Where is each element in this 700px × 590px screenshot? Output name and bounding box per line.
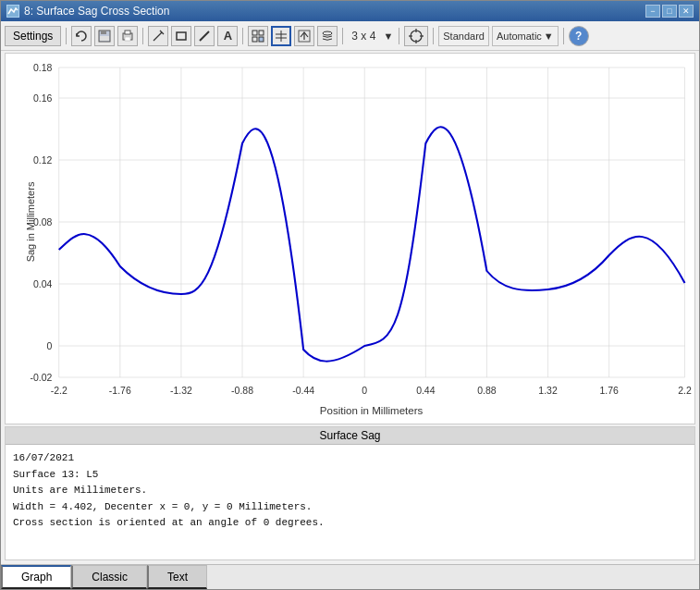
svg-rect-13 <box>259 37 264 42</box>
crosshair-button[interactable] <box>404 26 428 46</box>
svg-text:-1.32: -1.32 <box>170 386 192 396</box>
grid-size-label: 3 x 4 <box>348 28 379 44</box>
svg-rect-10 <box>252 31 257 35</box>
grid-size-arrow: ▼ <box>383 31 393 42</box>
svg-text:-2.2: -2.2 <box>51 386 68 396</box>
separator-6 <box>433 28 434 44</box>
svg-text:1.32: 1.32 <box>538 386 558 396</box>
save-button[interactable] <box>94 26 115 46</box>
close-button[interactable]: ✕ <box>679 5 694 18</box>
tab-classic[interactable]: Classic <box>71 565 147 589</box>
svg-text:0.88: 0.88 <box>477 386 497 396</box>
line-button[interactable] <box>194 26 215 46</box>
separator-3 <box>242 28 243 44</box>
print-button[interactable] <box>117 26 138 46</box>
separator-2 <box>142 28 143 44</box>
maximize-button[interactable]: □ <box>662 5 677 18</box>
svg-line-9 <box>200 31 209 41</box>
svg-text:-1.76: -1.76 <box>109 386 131 396</box>
layers-button[interactable] <box>317 26 338 46</box>
svg-text:0: 0 <box>362 386 367 396</box>
svg-rect-1 <box>101 31 106 34</box>
svg-text:Position in Millimeters: Position in Millimeters <box>320 405 424 416</box>
separator-7 <box>563 28 564 44</box>
separator-5 <box>399 28 399 44</box>
svg-rect-25 <box>6 54 694 424</box>
window-title: 8: Surface Sag Cross Section <box>24 5 169 18</box>
info-panel-title: Surface Sag <box>6 427 694 445</box>
svg-rect-8 <box>177 32 186 40</box>
title-bar: 8: Surface Sag Cross Section − □ ✕ <box>1 1 699 21</box>
tab-text[interactable]: Text <box>147 565 207 589</box>
title-bar-controls: − □ ✕ <box>645 5 694 18</box>
svg-text:-0.02: -0.02 <box>30 373 52 383</box>
info-line-1: 16/07/2021 <box>13 450 687 467</box>
svg-text:0.12: 0.12 <box>33 155 53 166</box>
text-button[interactable]: A <box>217 26 238 46</box>
standard-dropdown[interactable]: Standard <box>438 26 489 46</box>
tab-graph[interactable]: Graph <box>1 565 71 589</box>
minimize-button[interactable]: − <box>645 5 660 18</box>
title-bar-left: 8: Surface Sag Cross Section <box>6 5 169 18</box>
svg-text:0.44: 0.44 <box>416 386 436 396</box>
chart-area: 0.18 0.16 0.12 0.08 0.04 0 -0.02 -2.2 -1… <box>5 53 695 424</box>
svg-text:0.18: 0.18 <box>33 63 53 73</box>
export-button[interactable] <box>294 26 314 46</box>
help-button[interactable]: ? <box>569 26 589 46</box>
rectangle-button[interactable] <box>171 26 191 46</box>
grid-button[interactable] <box>248 26 268 46</box>
info-line-5: Cross section is oriented at an angle of… <box>13 515 687 532</box>
svg-rect-12 <box>252 37 257 42</box>
info-line-3: Units are Millimeters. <box>13 483 687 499</box>
toolbar: Settings <box>1 21 699 51</box>
main-window: 8: Surface Sag Cross Section − □ ✕ Setti… <box>0 0 700 590</box>
svg-rect-5 <box>125 37 130 41</box>
separator-4 <box>342 28 343 44</box>
svg-text:-0.44: -0.44 <box>292 386 314 396</box>
separator-1 <box>66 28 67 44</box>
chart-svg: 0.18 0.16 0.12 0.08 0.04 0 -0.02 -2.2 -1… <box>6 54 694 424</box>
info-line-2: Surface 13: L5 <box>13 467 687 484</box>
layout-button[interactable] <box>271 26 291 46</box>
svg-text:Sag in Millimeters: Sag in Millimeters <box>25 181 36 262</box>
svg-text:0.16: 0.16 <box>33 93 53 104</box>
info-panel-text: 16/07/2021 Surface 13: L5 Units are Mill… <box>6 445 694 537</box>
svg-point-19 <box>323 31 332 35</box>
svg-rect-4 <box>125 31 130 34</box>
svg-text:-0.88: -0.88 <box>231 386 253 396</box>
svg-rect-2 <box>100 36 109 41</box>
info-line-4: Width = 4.402, Decenter x = 0, y = 0 Mil… <box>13 499 687 516</box>
svg-text:0: 0 <box>47 341 53 351</box>
svg-text:0.04: 0.04 <box>33 279 53 289</box>
svg-text:1.76: 1.76 <box>599 386 619 396</box>
settings-button[interactable]: Settings <box>5 26 61 46</box>
svg-text:2.2: 2.2 <box>678 386 692 396</box>
info-panel: Surface Sag 16/07/2021 Surface 13: L5 Un… <box>5 426 695 560</box>
refresh-button[interactable] <box>71 26 92 46</box>
window-icon <box>6 5 19 18</box>
svg-rect-11 <box>259 31 264 35</box>
draw-button[interactable] <box>148 26 168 46</box>
svg-line-6 <box>154 32 162 41</box>
automatic-dropdown[interactable]: Automatic ▼ <box>492 26 559 46</box>
bottom-tabs: Graph Classic Text <box>1 564 699 589</box>
